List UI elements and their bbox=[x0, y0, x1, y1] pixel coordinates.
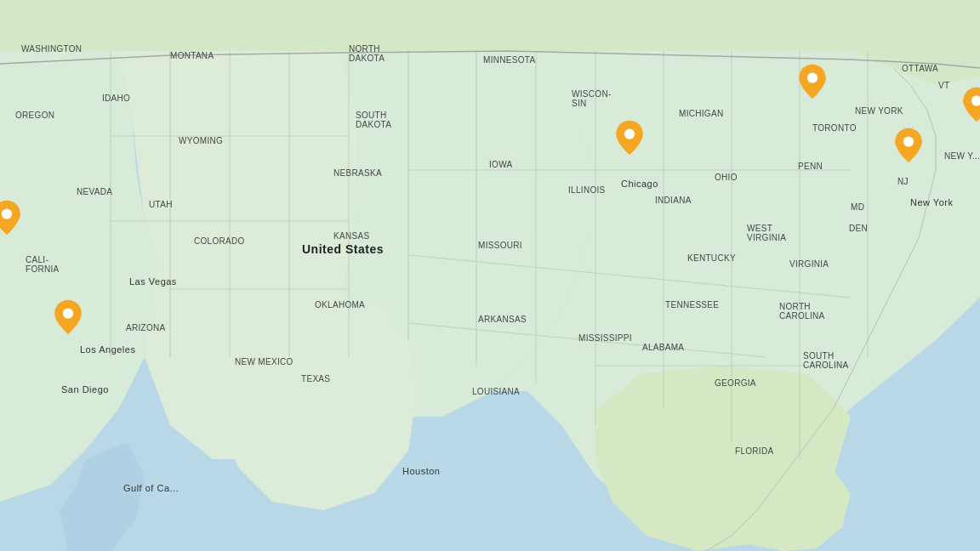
pin-chicago[interactable] bbox=[614, 119, 645, 156]
svg-point-44 bbox=[807, 72, 818, 82]
svg-point-41 bbox=[63, 308, 73, 318]
pin-east-coast[interactable] bbox=[961, 86, 980, 123]
map-container: WASHINGTON OREGON IDAHO NEVADA CALI-FORN… bbox=[0, 0, 980, 551]
pin-los-angeles[interactable] bbox=[53, 298, 83, 336]
svg-point-43 bbox=[624, 128, 635, 139]
svg-point-42 bbox=[2, 208, 12, 219]
map-svg bbox=[0, 0, 980, 551]
pin-san-francisco[interactable] bbox=[0, 199, 22, 236]
svg-point-45 bbox=[903, 136, 914, 146]
pin-new-york[interactable] bbox=[893, 127, 924, 164]
pin-toronto[interactable] bbox=[797, 63, 828, 100]
